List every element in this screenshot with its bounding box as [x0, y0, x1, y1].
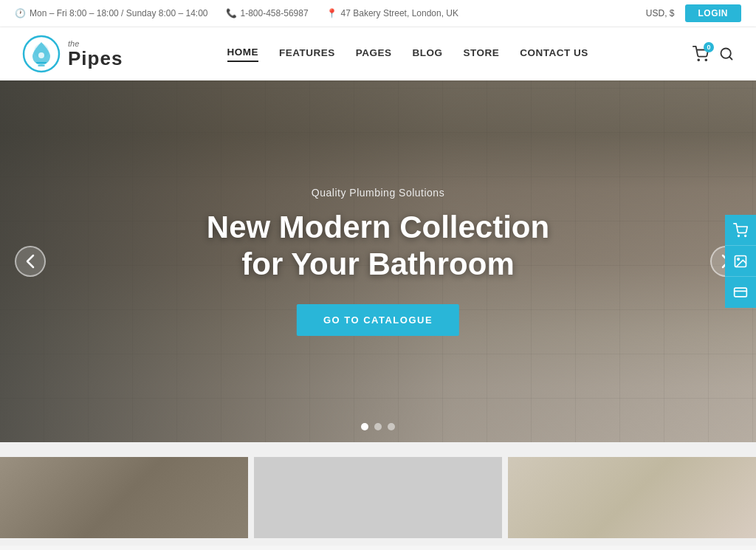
cart-badge: 0: [704, 42, 714, 52]
svg-point-6: [705, 59, 707, 61]
search-button[interactable]: [719, 47, 734, 61]
nav-home[interactable]: HOME: [227, 47, 259, 62]
svg-point-5: [698, 59, 699, 61]
logo-the: the: [68, 39, 123, 48]
nav-features[interactable]: FEATURES: [279, 47, 335, 61]
slider-dot-3[interactable]: [388, 423, 395, 430]
arrow-left-icon: [26, 254, 35, 269]
svg-point-12: [738, 258, 740, 260]
slider-dot-1[interactable]: [361, 423, 368, 430]
nav-blog[interactable]: BLOG: [413, 47, 443, 61]
slider-dot-2[interactable]: [374, 423, 382, 430]
slider-dots: [361, 423, 395, 430]
hero-section: Quality Plumbing Solutions New Modern Co…: [0, 80, 756, 442]
thumb-2[interactable]: [254, 457, 502, 538]
svg-point-9: [738, 235, 740, 236]
logo-text: the Pipes: [68, 39, 123, 69]
logo-icon: [22, 35, 61, 73]
main-nav: HOME FEATURES PAGES BLOG STORE CONTACT U…: [227, 47, 588, 62]
hours-text: Mon – Fri 8:00 – 18:00 / Sunday 8:00 – 1…: [30, 8, 208, 18]
nav-icons: 0: [693, 46, 734, 62]
thumbnail-strip: [0, 442, 756, 546]
hero-title: New Modern Collection for Your Bathroom: [207, 209, 549, 283]
svg-line-8: [729, 57, 732, 60]
phone-item: 📞 1-800-458-56987: [226, 8, 309, 18]
location-icon: 📍: [326, 8, 337, 18]
side-card-button[interactable]: [725, 277, 756, 308]
nav-pages[interactable]: PAGES: [356, 47, 392, 61]
nav-store[interactable]: STORE: [464, 47, 500, 61]
thumb-1[interactable]: [0, 457, 248, 538]
thumb-sep-2: [502, 457, 508, 538]
side-card-icon: [733, 285, 748, 300]
hero-cta-button[interactable]: GO TO CATALOGUE: [297, 304, 459, 336]
search-icon: [719, 47, 734, 61]
thumb-sep-1: [248, 457, 254, 538]
svg-rect-13: [735, 288, 747, 297]
hero-title-line1: New Modern Collection: [207, 210, 549, 244]
hours-item: 🕐 Mon – Fri 8:00 – 18:00 / Sunday 8:00 –…: [15, 8, 208, 18]
thumb-3[interactable]: [508, 457, 756, 538]
top-bar: 🕐 Mon – Fri 8:00 – 18:00 / Sunday 8:00 –…: [0, 0, 756, 27]
top-bar-right: USD, $ LOGIN: [646, 4, 741, 22]
side-cart-icon: [733, 223, 748, 238]
phone-text: 1-800-458-56987: [241, 8, 309, 18]
side-cart-button[interactable]: [725, 215, 756, 246]
cart-button[interactable]: 0: [693, 46, 709, 62]
header: the Pipes HOME FEATURES PAGES BLOG STORE…: [0, 27, 756, 80]
address-item: 📍 47 Bakery Street, London, UK: [326, 8, 458, 18]
hero-content: Quality Plumbing Solutions New Modern Co…: [207, 187, 549, 336]
svg-point-10: [745, 235, 746, 236]
currency-label: USD, $: [646, 8, 675, 18]
top-bar-left: 🕐 Mon – Fri 8:00 – 18:00 / Sunday 8:00 –…: [15, 8, 458, 18]
address-text: 47 Bakery Street, London, UK: [341, 8, 458, 18]
logo[interactable]: the Pipes: [22, 35, 123, 73]
side-image-button[interactable]: [725, 246, 756, 277]
svg-point-2: [38, 52, 44, 58]
nav-contact[interactable]: CONTACT US: [520, 47, 588, 61]
login-button[interactable]: LOGIN: [685, 4, 742, 22]
hero-title-line2: for Your Bathroom: [241, 247, 514, 282]
slider-prev-button[interactable]: [15, 246, 46, 277]
hero-subtitle: Quality Plumbing Solutions: [207, 187, 549, 199]
clock-icon: 🕐: [15, 8, 26, 18]
side-image-icon: [733, 254, 748, 269]
logo-name: Pipes: [68, 48, 123, 69]
phone-icon: 📞: [226, 8, 237, 18]
side-quick-access: [725, 215, 756, 308]
